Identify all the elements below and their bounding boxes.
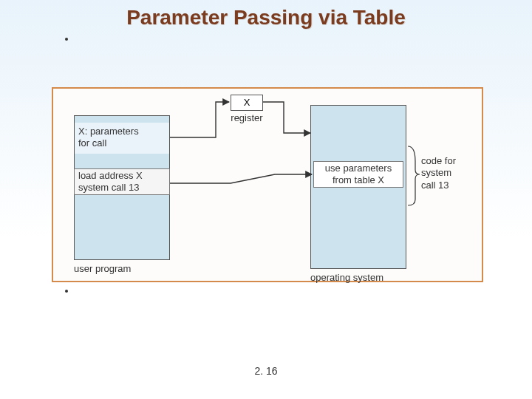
user-program-caption: user program [74, 263, 170, 275]
register-box: X [231, 95, 263, 111]
os-caption: operating system [310, 272, 414, 284]
register-label: register [217, 112, 276, 124]
page-title: Parameter Passing via Table [0, 6, 532, 30]
bullet-dot [65, 290, 68, 293]
use-parameters-label: use parametersfrom table X [313, 163, 403, 187]
parameters-slot-label: X: parametersfor call [78, 126, 166, 150]
syscall-instruction-label: load address Xsystem call 13 [78, 170, 167, 194]
bullet-dot [65, 38, 68, 41]
page-number: 2. 16 [0, 365, 532, 377]
diagram-frame: X: parametersfor call load address Xsyst… [52, 87, 483, 282]
code-for-syscall-label: code forsystemcall 13 [421, 155, 477, 191]
